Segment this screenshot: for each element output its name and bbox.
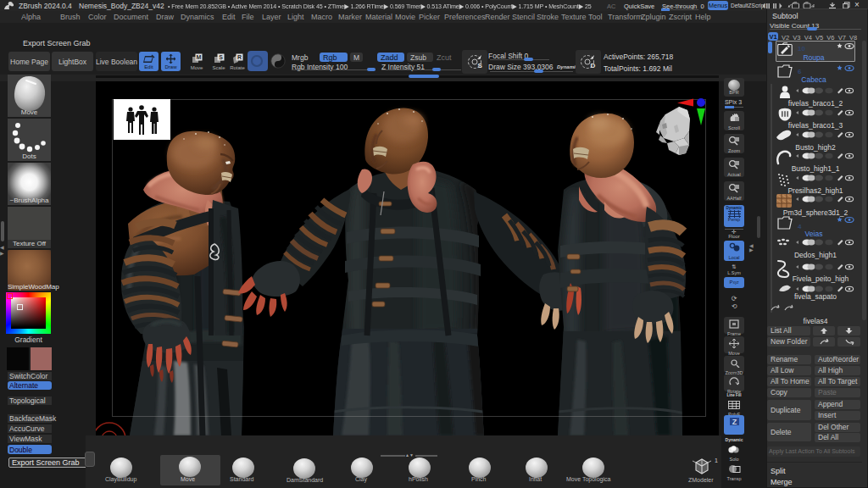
svg-text:S: S [219, 54, 223, 60]
svg-text:M: M [196, 54, 201, 60]
svg-text:D: D [591, 62, 596, 69]
svg-text:S: S [478, 62, 483, 69]
svg-text:Z: Z [732, 418, 737, 426]
svg-text:R: R [236, 54, 241, 60]
